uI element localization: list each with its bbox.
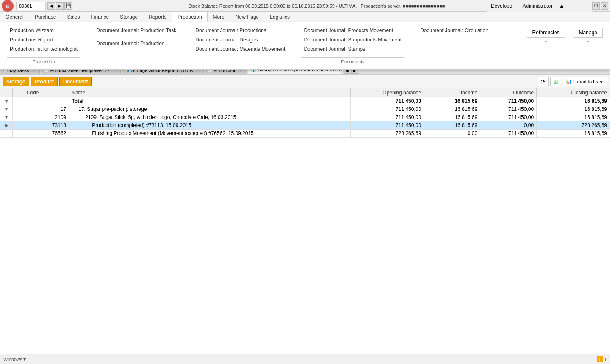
doc-journal-designs[interactable]: Document Journal: Designs xyxy=(193,35,288,44)
row-closing: 16 815,69 xyxy=(537,113,610,121)
menu-reports[interactable]: Reports xyxy=(143,12,172,22)
expand-toggle-2 xyxy=(13,121,24,130)
menu-production[interactable]: Production xyxy=(172,12,207,22)
row-income: 16 815,69 xyxy=(424,121,480,130)
row-closing: 16 815,69 xyxy=(537,97,610,105)
export-excel-button[interactable]: 📊 Export to Excel xyxy=(563,77,607,86)
doc-journal-subproducts[interactable]: Document Journal: Subproducts Movement xyxy=(301,35,404,44)
expand-toggle-1 xyxy=(0,130,13,138)
table-row[interactable]: ▾ 2109 2109. Sugar Stick, 5g, with clien… xyxy=(0,113,610,121)
toolbar: Storage Product Document 📊 Export to Exc… xyxy=(0,75,610,88)
menu-logistics[interactable]: Logistics xyxy=(264,12,295,22)
referencies-button[interactable]: Referencies xyxy=(527,28,565,38)
doc-number-input[interactable] xyxy=(19,3,40,8)
warning-count: 1 xyxy=(604,357,607,362)
table-row[interactable]: 76562 Finishing Product Movement (Moveme… xyxy=(0,130,610,138)
row-closing: 728 265,69 xyxy=(537,121,610,130)
col-name-header: Name xyxy=(69,88,351,97)
restore-button[interactable]: ❐ xyxy=(592,2,600,10)
table-row[interactable]: ▾ 17 17. Sugar pre-packing storage 711 4… xyxy=(0,105,610,113)
row-closing: 16 815,69 xyxy=(537,105,610,113)
filter-document-button[interactable]: Document xyxy=(59,77,92,86)
dropdown-col-productions: Document Journal: Productions Document J… xyxy=(186,22,294,69)
menu-bar: General Purchase Sales Finance Storage R… xyxy=(0,12,610,22)
production-section-label: Production xyxy=(7,57,80,66)
row-name: Finishing Product Movement (Movement acc… xyxy=(69,130,351,138)
doc-journal-stamps[interactable]: Document Journal: Stamps xyxy=(301,44,404,54)
expand-toggle-1[interactable]: ▾ xyxy=(0,113,13,121)
doc-journal-productions[interactable]: Document Journal: Productions xyxy=(193,26,288,35)
close-button[interactable]: ✕ xyxy=(601,2,608,10)
developer-menu[interactable]: Developer xyxy=(487,2,518,10)
menu-storage[interactable]: Storage xyxy=(114,12,143,22)
windows-arrow: ▼ xyxy=(22,357,27,362)
doc-number-field[interactable] xyxy=(16,2,46,10)
grid-options-button[interactable] xyxy=(550,77,561,86)
row-opening: 711 450,00 xyxy=(351,105,424,113)
excel-icon: 📊 xyxy=(566,79,572,84)
row-name: 17. Sugar pre-packing storage xyxy=(69,105,351,113)
expand-toggle-2 xyxy=(13,113,24,121)
col-expand1 xyxy=(0,88,13,97)
next-doc-button[interactable]: ▶ xyxy=(56,2,64,10)
save-doc-button[interactable]: 💾 xyxy=(64,2,72,10)
doc-journal-products-movement[interactable]: Document Journal: Products Movement xyxy=(301,26,404,35)
prev-doc-button[interactable]: ◀ xyxy=(47,2,55,10)
expand-toggle-1[interactable]: ▾ xyxy=(0,105,13,113)
menu-general[interactable]: General xyxy=(0,12,29,22)
warning-icon: ! xyxy=(597,356,603,362)
row-income: 16 815,69 xyxy=(424,105,480,113)
expand-toggle-2 xyxy=(13,130,24,138)
row-outcome: 711 450,00 xyxy=(480,113,537,121)
menu-newpage[interactable]: New Page xyxy=(230,12,264,22)
row-name: 2109. Sugar Stick, 5g, with client logo,… xyxy=(69,113,351,121)
doc-journal-circulation[interactable]: Document Journal: Circulation xyxy=(418,26,491,35)
table-row[interactable]: ▶ 73113 Production (completed) #73113, 1… xyxy=(0,121,610,130)
doc-journal-task[interactable]: Document Journal: Production Task xyxy=(94,26,179,35)
windows-label[interactable]: Windows xyxy=(3,357,22,362)
production-wizard-item[interactable]: Production Wizzard xyxy=(7,26,80,35)
row-opening: 711 450,00 xyxy=(351,121,424,130)
doc-journal-materials[interactable]: Document Journal: Materials Movement xyxy=(193,44,288,54)
row-opening: 711 450,00 xyxy=(351,97,424,105)
administrator-menu[interactable]: Administrator xyxy=(518,2,557,10)
menu-sales[interactable]: Sales xyxy=(61,12,85,22)
filter-product-button[interactable]: Product xyxy=(31,77,58,86)
filter-storage-button[interactable]: Storage xyxy=(3,77,29,86)
dropdown-col-wizard: Production Wizzard Productions Report Pr… xyxy=(0,22,87,69)
collapse-icon[interactable]: ▲ xyxy=(557,2,567,10)
dropdown-col-task: Document Journal: Production Task Docume… xyxy=(87,22,186,69)
documents-section-label: Documents xyxy=(301,57,404,66)
row-name: Total xyxy=(69,97,351,105)
expand-toggle-2 xyxy=(13,105,24,113)
dropdown-col-circulation: Document Journal: Circulation xyxy=(411,22,498,69)
row-closing: 16 815,69 xyxy=(537,130,610,138)
app-logo: e xyxy=(2,0,14,12)
row-outcome: 0,00 xyxy=(480,121,537,130)
col-opening-header: Opening balance xyxy=(351,88,424,97)
row-name: Production (completed) #73113, 15.09.201… xyxy=(69,121,351,130)
refresh-button[interactable] xyxy=(538,77,549,86)
references-panel: Referencies ▼ Manage ▼ xyxy=(520,22,610,69)
grid-icon xyxy=(553,78,558,85)
table-row[interactable]: ▾ Total 711 450,00 16 815,69 711 450,00 … xyxy=(0,97,610,105)
row-code: 73113 xyxy=(24,121,69,130)
references-section: Referencies ▼ xyxy=(527,26,565,44)
manage-button[interactable]: Manage xyxy=(574,28,603,38)
doc-journal-production[interactable]: Document Journal: Production xyxy=(94,39,179,48)
expand-toggle-2 xyxy=(13,97,24,105)
row-opening: 711 450,00 xyxy=(351,113,424,121)
col-income-header: Income xyxy=(424,88,480,97)
productions-report-item[interactable]: Productions Report xyxy=(7,35,80,44)
menu-more[interactable]: More xyxy=(208,12,230,22)
menu-purchase[interactable]: Purchase xyxy=(29,12,62,22)
row-code: 2109 xyxy=(24,113,69,121)
window-title: Stock Balance Report from 06.09.2015 0:0… xyxy=(75,3,558,8)
production-dropdown: Production Wizzard Productions Report Pr… xyxy=(0,22,610,70)
production-list-item[interactable]: Production list for technologist xyxy=(7,44,80,54)
menu-finance[interactable]: Finance xyxy=(85,12,114,22)
expand-toggle-1[interactable]: ▾ xyxy=(0,97,13,105)
row-outcome: 711 450,00 xyxy=(480,105,537,113)
warning-indicator: ! 1 xyxy=(597,356,607,362)
expand-toggle-1[interactable]: ▶ xyxy=(0,121,13,130)
